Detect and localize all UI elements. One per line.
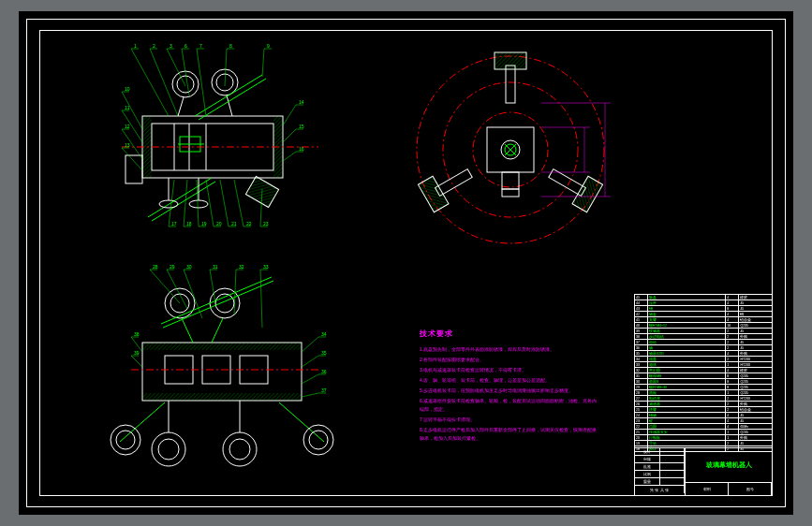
svg-line-28: [131, 49, 169, 116]
svg-line-17: [199, 79, 266, 120]
svg-line-136: [302, 374, 318, 384]
balloon: 16: [299, 146, 304, 152]
svg-point-10: [172, 71, 199, 97]
svg-rect-94: [142, 343, 302, 350]
svg-point-117: [309, 431, 328, 449]
balloon: 8: [229, 43, 232, 49]
balloon: 34: [321, 331, 327, 337]
balloon: 1: [134, 43, 137, 49]
svg-line-106: [161, 277, 272, 324]
balloon: 38: [134, 331, 140, 337]
svg-line-50: [283, 105, 296, 125]
svg-line-40: [262, 49, 264, 77]
svg-line-138: [302, 393, 318, 397]
balloon: 22: [246, 221, 252, 226]
svg-point-110: [152, 432, 185, 466]
balloon: 39: [134, 350, 140, 356]
svg-line-48: [122, 148, 142, 170]
svg-line-38: [225, 49, 227, 86]
note-line: 3.电机与减速器装卡前检查运转情况，不得有卡滞。: [420, 366, 598, 374]
svg-line-30: [150, 49, 178, 116]
balloon: 15: [299, 124, 304, 129]
svg-line-130: [260, 270, 262, 328]
balloon: 36: [321, 369, 327, 374]
svg-line-66: [234, 180, 244, 226]
balloon: 6: [185, 43, 187, 49]
svg-point-111: [158, 439, 179, 460]
view-top-right: [393, 47, 627, 262]
balloon: 32: [239, 264, 244, 270]
svg-line-105: [212, 318, 223, 343]
svg-line-64: [220, 180, 229, 226]
svg-line-58: [184, 180, 187, 226]
svg-line-104: [182, 318, 193, 343]
balloon: 35: [321, 350, 327, 356]
svg-rect-80: [495, 52, 526, 69]
balloon: 13: [125, 142, 130, 148]
svg-line-132: [302, 337, 318, 352]
svg-line-34: [182, 49, 189, 95]
balloon: 28: [153, 264, 158, 270]
svg-rect-77: [502, 189, 519, 197]
svg-line-54: [283, 152, 296, 161]
title-block: 设计 审核 批准 比例 重量 第 张 共 张 玻璃幕墙机器人 材料 图号: [634, 447, 773, 496]
cad-canvas: 12367891011121314151617181920212223: [19, 11, 793, 515]
balloon: 7: [199, 43, 202, 49]
balloon: 23: [263, 221, 269, 226]
svg-line-16: [195, 75, 262, 116]
drawing-title: 玻璃幕墙机器人: [706, 460, 752, 470]
balloon: 37: [321, 387, 327, 393]
balloon: 10: [125, 86, 130, 92]
balloon: 18: [186, 221, 192, 226]
svg-rect-78: [506, 66, 515, 103]
notes-heading: 技术要求: [420, 329, 598, 338]
balloon: 33: [263, 264, 269, 270]
svg-rect-95: [142, 393, 302, 401]
svg-point-115: [116, 431, 135, 449]
svg-point-114: [111, 425, 140, 455]
technical-notes: 技术要求 1.底盘预先制，全部零件外表面涂防锈漆，焊焊后及时涂防锈漆。2.各部件…: [420, 329, 598, 445]
note-line: 6.减速器组件安装卡前检查轴承。轮顺，检，装配后试运动四面面粘附，油检。克各内端…: [420, 397, 598, 414]
svg-line-52: [283, 129, 296, 142]
balloon: 3: [170, 43, 172, 49]
svg-line-14: [178, 97, 184, 116]
svg-point-112: [223, 432, 257, 466]
parts-list: 45吸盘4橡胶44连杆44543销84542轴套4铜41支臂4铝合金40螺钉M4…: [634, 294, 773, 464]
view-bottom-left: 282930313233343536373839: [75, 262, 365, 487]
note-line: 7.运转平稳不得操卡滞现。: [420, 416, 598, 424]
note-line: 1.底盘预先制，全部零件外表面涂防锈漆，焊焊后及时涂防锈漆。: [420, 345, 598, 354]
note-line: 5.步进电机装卡前，应预防电机加压走步时导电润滑油溅出影响走步精度。: [420, 387, 598, 395]
balloon: 21: [231, 221, 237, 226]
svg-line-107: [163, 281, 273, 328]
balloon: 19: [201, 221, 207, 226]
svg-rect-26: [125, 155, 142, 183]
svg-rect-93: [142, 343, 302, 401]
svg-point-116: [303, 425, 333, 455]
balloon: 9: [267, 43, 270, 49]
note-line: 4.齿、轴、轮等组、装卡前，检查。轴理，公差差加公差选配。: [420, 376, 598, 385]
balloon: 29: [170, 264, 175, 270]
svg-line-56: [169, 180, 174, 226]
svg-line-109: [279, 402, 324, 442]
balloon: 31: [213, 264, 218, 270]
note-line: 2.各部件装配按图纸要求配合。: [420, 356, 598, 364]
svg-line-142: [131, 356, 142, 367]
svg-point-22: [189, 200, 208, 208]
svg-line-134: [302, 356, 318, 367]
balloon: 30: [186, 264, 192, 270]
balloon: 14: [299, 99, 304, 105]
balloon: 11: [125, 105, 130, 110]
svg-point-113: [229, 439, 250, 460]
note-line: 8.走步电机运行停产检后加入部件后重新全部停了止间接，试测关仅检查，恢测否配换轴…: [420, 426, 598, 443]
balloon: 20: [216, 221, 222, 226]
balloon: 2: [153, 43, 155, 49]
view-top-left: 12367891011121314151617181920212223: [84, 39, 356, 236]
svg-point-11: [177, 76, 194, 93]
svg-line-15: [227, 95, 232, 116]
svg-line-18: [148, 178, 212, 217]
balloon: 12: [125, 124, 130, 129]
balloon: 17: [171, 221, 177, 226]
